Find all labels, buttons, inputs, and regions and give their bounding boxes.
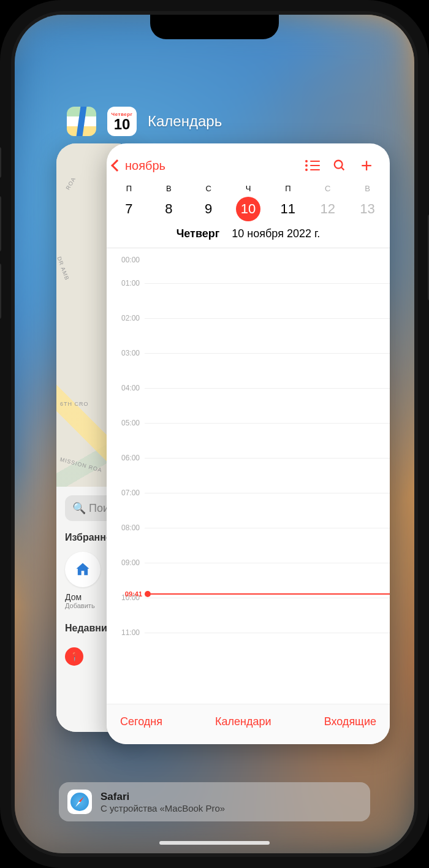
hour-row: 08:00: [107, 528, 390, 563]
hour-row: 01:00: [107, 283, 390, 318]
pin-icon: 📍: [65, 647, 83, 666]
date-cell[interactable]: 12: [316, 197, 340, 221]
notch: [150, 15, 279, 39]
weekday-label: Ч: [229, 184, 268, 193]
weekday-label: С: [308, 184, 347, 193]
hour-row: 02:00: [107, 318, 390, 353]
screen: Четверг 10 Календарь ROA DR AMB 6TH CRO …: [15, 15, 414, 853]
list-view-button[interactable]: [299, 160, 326, 171]
hour-label: 01:00: [107, 279, 145, 287]
hour-gridline: [145, 318, 390, 319]
current-time-indicator: 09:41: [115, 590, 390, 598]
handoff-banner[interactable]: Safari С устройства «MacBook Pro»: [59, 782, 370, 821]
list-icon: [305, 160, 320, 171]
date-row: 78910111213: [107, 193, 390, 227]
compass-icon: [70, 793, 89, 811]
now-time-label: 09:41: [115, 590, 142, 598]
subtitle-date: 10 ноября 2022 г.: [232, 227, 320, 240]
hour-label: 06:00: [107, 454, 145, 462]
search-icon: 🔍: [72, 502, 86, 514]
hour-gridline: [145, 528, 390, 528]
front-app-title: Календарь: [148, 113, 222, 130]
hour-label: 11:00: [107, 628, 145, 637]
hour-gridline: [145, 388, 390, 389]
handoff-text: Safari С устройства «MacBook Pro»: [101, 791, 225, 813]
svg-line-1: [341, 167, 344, 170]
calendars-button[interactable]: Календари: [215, 715, 271, 728]
date-cell[interactable]: 8: [156, 197, 181, 221]
now-line: [151, 593, 390, 595]
hour-gridline: [145, 423, 390, 424]
weekday-label: П: [109, 184, 149, 193]
hour-gridline: [145, 598, 390, 598]
hour-label: 04:00: [107, 384, 145, 392]
date-cell[interactable]: 7: [116, 197, 141, 221]
hour-label: 07:00: [107, 489, 145, 497]
hour-gridline: [145, 633, 390, 633]
search-icon: [333, 159, 346, 172]
hour-gridline: [145, 353, 390, 354]
chevron-left-icon: [111, 159, 123, 172]
hour-row: 00:00: [107, 248, 390, 283]
date-cell[interactable]: 13: [355, 197, 380, 221]
hour-gridline: [145, 563, 390, 563]
road-label: 6TH CRO: [60, 401, 89, 407]
hour-label: 02:00: [107, 314, 145, 322]
weekday-row: ПВСЧПСВ: [107, 181, 390, 193]
app-switcher-header: Четверг 10 Календарь: [67, 107, 222, 136]
hour-gridline: [145, 458, 390, 459]
phone-frame: Четверг 10 Календарь ROA DR AMB 6TH CRO …: [0, 0, 429, 868]
mute-switch[interactable]: [0, 147, 1, 178]
today-button[interactable]: Сегодня: [120, 715, 162, 728]
handoff-app-name: Safari: [101, 791, 225, 803]
svg-point-0: [335, 161, 343, 169]
hour-label: 05:00: [107, 419, 145, 427]
weekday-label: В: [149, 184, 189, 193]
hour-gridline: [145, 283, 390, 284]
hour-label: 09:00: [107, 558, 145, 567]
hour-label: 03:00: [107, 349, 145, 357]
search-button[interactable]: [326, 159, 353, 172]
plus-icon: +: [361, 156, 373, 175]
volume-down-button[interactable]: [0, 264, 1, 319]
back-label: ноябрь: [125, 159, 165, 173]
back-button[interactable]: ноябрь: [113, 159, 165, 173]
calendar-app-card[interactable]: ноябрь +: [107, 143, 390, 744]
home-icon: [74, 561, 91, 578]
hour-row: 05:00: [107, 423, 390, 458]
volume-up-button[interactable]: [0, 196, 1, 251]
safari-app-icon: [67, 790, 92, 814]
subtitle-weekday: Четверг: [177, 227, 220, 240]
hour-row: 06:00: [107, 458, 390, 493]
date-cell[interactable]: 10: [236, 197, 260, 221]
weekday-label: С: [189, 184, 229, 193]
hour-gridline: [145, 493, 390, 493]
date-cell[interactable]: 11: [276, 197, 300, 221]
date-cell[interactable]: 9: [196, 197, 221, 221]
date-subtitle: Четверг 10 ноября 2022 г.: [107, 227, 390, 248]
hour-label: 00:00: [107, 248, 145, 264]
hour-label: 08:00: [107, 523, 145, 532]
calendar-footer: Сегодня Календари Входящие: [107, 704, 390, 744]
hour-row: 10:00: [107, 598, 390, 633]
hour-row: 11:00: [107, 633, 390, 668]
hour-gridline: [145, 248, 390, 249]
weekday-label: П: [268, 184, 308, 193]
now-dot-icon: [145, 591, 151, 597]
home-indicator[interactable]: [159, 841, 270, 845]
hour-row: 07:00: [107, 493, 390, 528]
phone-bezel: Четверг 10 Календарь ROA DR AMB 6TH CRO …: [11, 11, 418, 857]
handoff-source: С устройства «MacBook Pro»: [101, 803, 225, 813]
hour-row: 04:00: [107, 388, 390, 423]
add-event-button[interactable]: +: [353, 156, 380, 175]
weekday-label: В: [347, 184, 387, 193]
favorite-home-button[interactable]: [65, 552, 101, 587]
calendar-icon-day: 10: [114, 117, 131, 132]
timeline[interactable]: 00:0001:0002:0003:0004:0005:0006:0007:00…: [107, 248, 390, 671]
calendar-app-icon[interactable]: Четверг 10: [107, 107, 137, 136]
calendar-header: ноябрь +: [107, 143, 390, 181]
hour-row: 03:00: [107, 353, 390, 388]
inbox-button[interactable]: Входящие: [324, 715, 376, 728]
maps-app-icon[interactable]: [67, 107, 96, 136]
